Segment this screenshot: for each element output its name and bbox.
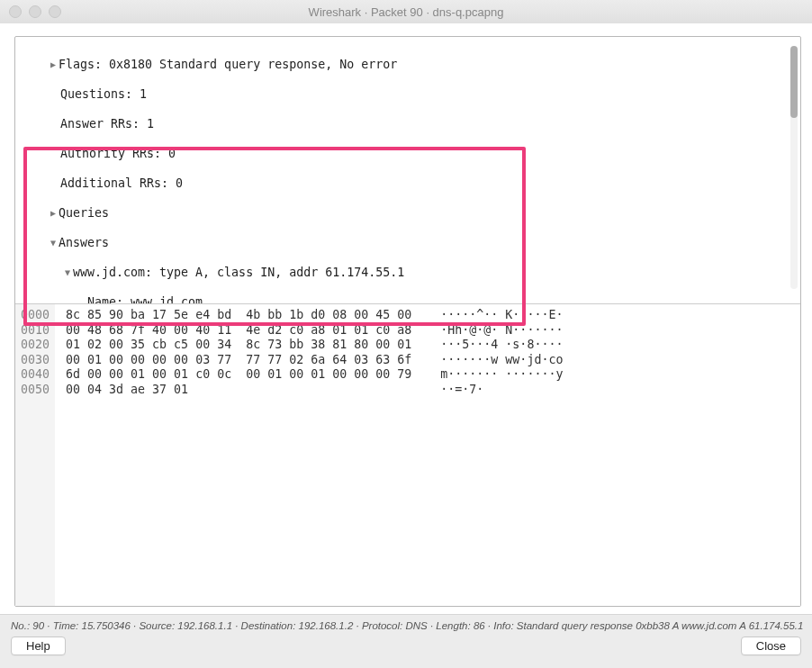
window-title: Wireshark · Packet 90 · dns-q.pcapng [0, 5, 812, 19]
additional-rrs-line[interactable]: Additional RRs: 0 [60, 176, 183, 192]
zoom-window-icon[interactable] [49, 5, 61, 18]
answer-summary[interactable]: www.jd.com: type A, class IN, addr 61.17… [73, 266, 404, 281]
hex-row[interactable]: 00 04 3d ae 37 01 ··=·7· [66, 383, 483, 396]
titlebar: Wireshark · Packet 90 · dns-q.pcapng [0, 0, 812, 24]
help-button[interactable]: Help [11, 636, 66, 655]
chevron-down-icon[interactable]: ▼ [62, 266, 73, 281]
hex-row[interactable]: 6d 00 00 01 00 01 c0 0c 00 01 00 01 00 0… [66, 367, 563, 381]
questions-line[interactable]: Questions: 1 [60, 87, 147, 103]
hex-row[interactable]: 00 48 68 7f 40 00 40 11 4e d2 c0 a8 01 0… [66, 323, 563, 337]
minimize-window-icon[interactable] [29, 5, 41, 18]
hex-pane[interactable]: 0000 0010 0020 0030 0040 0050 8c 85 90 b… [15, 303, 800, 606]
scrollbar-thumb[interactable] [790, 46, 798, 118]
button-row: Help Close [0, 636, 812, 655]
packet-tree-pane[interactable]: ▶ Flags: 0x8180 Standard query response,… [15, 37, 800, 303]
hex-row[interactable]: 00 01 00 00 00 00 03 77 77 77 02 6a 64 0… [66, 353, 563, 366]
chevron-right-icon[interactable]: ▶ [48, 206, 59, 221]
answer-rrs-line[interactable]: Answer RRs: 1 [60, 117, 154, 132]
inner-panel: ▶ Flags: 0x8180 Standard query response,… [14, 36, 801, 607]
flags-line[interactable]: Flags: 0x8180 Standard query response, N… [59, 58, 397, 73]
answers-node[interactable]: Answers [59, 236, 109, 251]
hex-offsets: 0000 0010 0020 0030 0040 0050 [15, 304, 55, 606]
content-area: ▶ Flags: 0x8180 Standard query response,… [0, 23, 812, 614]
answer-name[interactable]: Name: www.jd.com [87, 295, 203, 304]
chevron-right-icon[interactable]: ▶ [48, 58, 59, 73]
close-window-icon[interactable] [9, 5, 22, 18]
queries-node[interactable]: Queries [59, 206, 109, 221]
window-controls [9, 5, 61, 18]
packet-info-line: No.: 90 · Time: 15.750346 · Source: 192.… [0, 615, 812, 636]
hex-row[interactable]: 01 02 00 35 cb c5 00 34 8c 73 bb 38 81 8… [66, 338, 563, 351]
close-button[interactable]: Close [741, 636, 801, 655]
hex-bytes[interactable]: 8c 85 90 ba 17 5e e4 bd 4b bb 1b d0 08 0… [55, 304, 800, 606]
authority-rrs-line[interactable]: Authority RRs: 0 [60, 147, 176, 162]
bottom-bar: No.: 90 · Time: 15.750346 · Source: 192.… [0, 614, 812, 668]
hex-row[interactable]: 8c 85 90 ba 17 5e e4 bd 4b bb 1b d0 08 0… [66, 308, 563, 321]
chevron-down-icon[interactable]: ▼ [48, 236, 59, 251]
